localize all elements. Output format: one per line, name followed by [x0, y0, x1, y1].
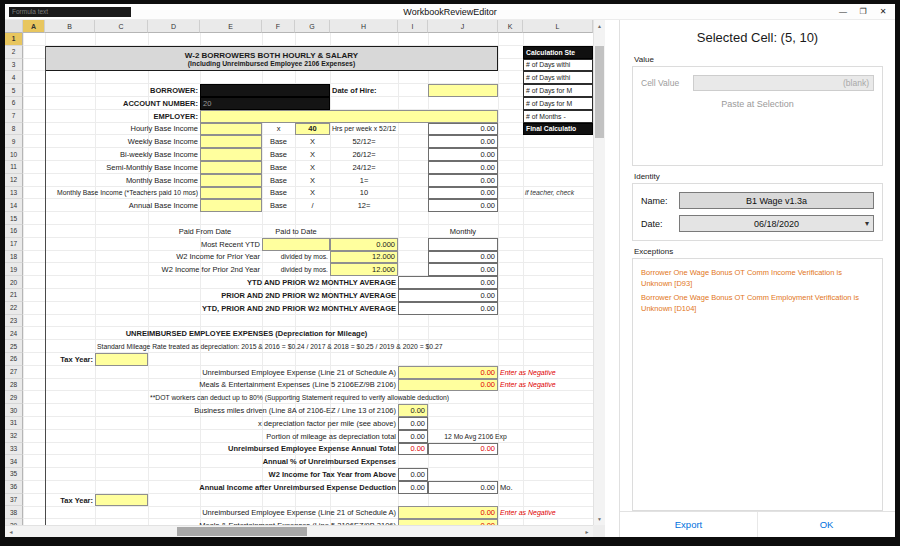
sheet-cell[interactable]: 0.00 — [428, 187, 498, 200]
row-header[interactable]: 11 — [5, 161, 23, 174]
row-header[interactable]: 14 — [5, 199, 23, 212]
row-header[interactable]: 31 — [5, 417, 23, 430]
sheet-cell[interactable]: 0.00 — [428, 251, 498, 264]
cell-value-input[interactable]: (blank) — [693, 75, 874, 91]
row-header[interactable]: 21 — [5, 289, 23, 302]
row-header[interactable]: 29 — [5, 391, 23, 404]
column-header[interactable]: B — [45, 20, 95, 33]
row-header[interactable]: 15 — [5, 212, 23, 225]
row-header[interactable]: 18 — [5, 251, 23, 264]
sheet-cell[interactable]: 0.00 — [428, 135, 498, 148]
sheet-cell[interactable] — [200, 135, 262, 148]
sheet-cell[interactable]: 0.00 — [398, 443, 428, 456]
sheet-cell[interactable]: 0.00 — [398, 276, 498, 289]
sheet-cell[interactable]: 0.00 — [428, 443, 498, 456]
close-icon[interactable]: ✕ — [873, 4, 893, 20]
sheet-cell[interactable]: 0.00 — [428, 148, 498, 161]
scroll-up-icon[interactable]: ▲ — [594, 20, 605, 32]
row-header[interactable]: 30 — [5, 404, 23, 417]
row-header[interactable]: 20 — [5, 276, 23, 289]
row-header[interactable]: 1 — [5, 33, 23, 46]
column-header[interactable]: H — [330, 20, 398, 33]
horizontal-scroll-thumb[interactable] — [177, 527, 307, 536]
row-header[interactable]: 13 — [5, 187, 23, 200]
sheet-cell[interactable]: 0.00 — [428, 199, 498, 212]
vertical-scroll-track[interactable] — [594, 32, 605, 513]
sheet-cell[interactable]: 40 — [295, 123, 330, 136]
sheet-cell[interactable] — [262, 238, 330, 251]
scroll-left-icon[interactable]: ◄ — [5, 526, 17, 537]
column-header[interactable]: A — [23, 20, 45, 33]
column-header[interactable]: I — [398, 20, 428, 33]
restore-icon[interactable]: ❐ — [853, 4, 873, 20]
sheet-cell[interactable]: 0.00 — [398, 289, 498, 302]
row-header[interactable]: 8 — [5, 123, 23, 136]
vertical-scroll-thumb[interactable] — [595, 46, 604, 138]
row-header[interactable]: 16 — [5, 225, 23, 238]
column-header[interactable]: C — [95, 20, 148, 33]
row-header[interactable]: 38 — [5, 506, 23, 519]
sheet-cell[interactable]: 0.00 — [398, 468, 428, 481]
sheet-cell[interactable] — [200, 110, 498, 123]
column-header[interactable]: K — [498, 20, 523, 33]
sheet-cell[interactable] — [200, 187, 262, 200]
scroll-right-icon[interactable]: ► — [581, 526, 593, 537]
sheet-cell[interactable]: W-2 BORROWERS BOTH HOURLY & SALARY(Inclu… — [45, 46, 498, 72]
column-header[interactable]: G — [295, 20, 330, 33]
select-all-corner[interactable] — [5, 20, 23, 33]
name-input[interactable]: B1 Wage v1.3a — [679, 192, 874, 209]
ok-button[interactable]: OK — [758, 512, 895, 537]
row-header[interactable]: 27 — [5, 366, 23, 379]
sheet-cell[interactable]: 0.00 — [428, 161, 498, 174]
column-header[interactable]: F — [262, 20, 295, 33]
row-header[interactable]: 36 — [5, 481, 23, 494]
sheet-cell[interactable] — [200, 123, 262, 136]
row-header[interactable]: 37 — [5, 494, 23, 507]
row-header[interactable]: 7 — [5, 110, 23, 123]
sheet-cell[interactable] — [95, 353, 148, 366]
sheet-cell[interactable]: 20 — [200, 97, 330, 110]
column-header[interactable]: L — [523, 20, 593, 33]
horizontal-scrollbar[interactable]: ◄ ► — [5, 525, 593, 537]
sheet-cell[interactable]: 12.000 — [330, 251, 398, 264]
sheet-cell[interactable]: 0.00 — [398, 404, 428, 417]
sheet-cell[interactable]: 0.00 — [398, 430, 428, 443]
sheet-cell[interactable] — [200, 148, 262, 161]
row-header[interactable]: 26 — [5, 353, 23, 366]
row-header[interactable]: 32 — [5, 430, 23, 443]
row-header[interactable]: 4 — [5, 71, 23, 84]
sheet-cell[interactable]: 0.00 — [428, 481, 498, 494]
horizontal-scroll-track[interactable] — [17, 526, 581, 537]
sheet-cell[interactable] — [200, 174, 262, 187]
row-header[interactable]: 34 — [5, 455, 23, 468]
sheet-cell[interactable]: 0.00 — [398, 506, 498, 519]
row-header[interactable]: 9 — [5, 135, 23, 148]
paste-at-selection-button[interactable]: Paste at Selection — [641, 99, 874, 109]
sheet-cell[interactable] — [200, 161, 262, 174]
sheet-cell[interactable] — [200, 199, 262, 212]
sheet-cell[interactable]: 0.00 — [398, 366, 498, 379]
sheet-cell[interactable]: 0.00 — [398, 379, 498, 392]
sheet-cell[interactable] — [428, 238, 498, 251]
row-header[interactable]: 22 — [5, 302, 23, 315]
row-header[interactable]: 33 — [5, 443, 23, 456]
sheet-cell[interactable] — [95, 494, 148, 507]
row-header[interactable]: 12 — [5, 174, 23, 187]
row-header[interactable]: 3 — [5, 59, 23, 72]
sheet-cell[interactable] — [428, 84, 498, 97]
column-header[interactable]: E — [200, 20, 262, 33]
export-button[interactable]: Export — [620, 512, 757, 537]
row-header[interactable]: 35 — [5, 468, 23, 481]
row-header[interactable]: 23 — [5, 315, 23, 328]
minimize-icon[interactable]: — — [833, 4, 853, 20]
row-header[interactable]: 2 — [5, 46, 23, 59]
vertical-scrollbar[interactable]: ▲ ▼ — [593, 20, 605, 525]
date-dropdown[interactable]: 06/18/2020 ▾ — [679, 215, 874, 232]
sheet-cell[interactable] — [200, 84, 330, 97]
row-header[interactable]: 28 — [5, 379, 23, 392]
column-header[interactable]: D — [148, 20, 200, 33]
row-header[interactable]: 25 — [5, 340, 23, 353]
sheet-cell[interactable]: 0.00 — [428, 174, 498, 187]
sheet-cell[interactable]: 0.00 — [398, 417, 428, 430]
row-header[interactable]: 5 — [5, 84, 23, 97]
